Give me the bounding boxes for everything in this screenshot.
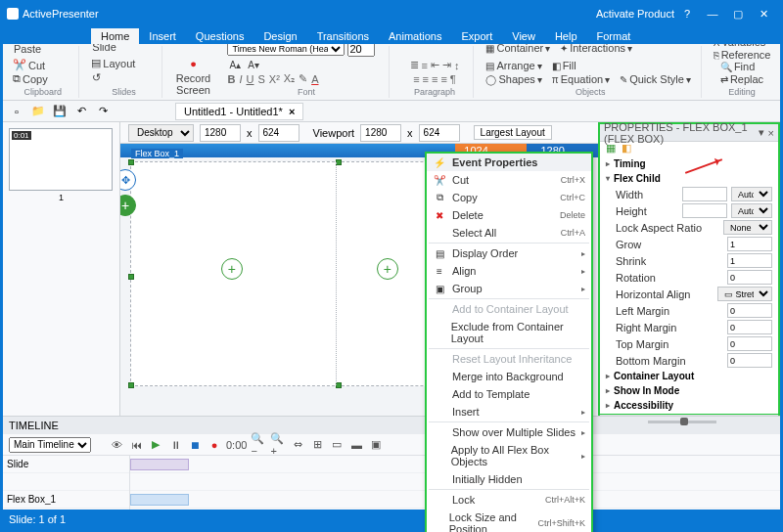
viewport-width-input[interactable]: [360, 124, 401, 142]
redo-icon[interactable]: ↷: [95, 104, 111, 119]
context-item[interactable]: ✖DeleteDelete: [427, 206, 591, 224]
width-input[interactable]: [682, 187, 727, 201]
halign-select[interactable]: ▭ Stretch: [717, 287, 772, 301]
lock-aspect-select[interactable]: None: [723, 220, 772, 235]
reference-button[interactable]: ⎘ Reference: [712, 49, 773, 61]
slide-thumbnail[interactable]: 0:01: [9, 128, 113, 191]
tab-questions[interactable]: Questions: [186, 28, 254, 44]
goto-start-icon[interactable]: ⏮: [128, 437, 144, 453]
tool-icon[interactable]: ▭: [329, 437, 345, 453]
context-item[interactable]: Exclude from Container Layout: [427, 318, 591, 347]
context-item[interactable]: ✂️CutCtrl+X: [427, 171, 591, 189]
zoom-slider[interactable]: [648, 421, 716, 423]
tab-export[interactable]: Export: [451, 28, 502, 44]
new-file-icon[interactable]: ▫: [9, 104, 24, 119]
shrink-input[interactable]: [727, 253, 772, 268]
minimize-icon[interactable]: —: [700, 8, 725, 20]
indent-icon[interactable]: ⇥: [442, 59, 451, 71]
maximize-icon[interactable]: ▢: [725, 8, 751, 21]
arrange-button[interactable]: ▤ Arrange ▾: [484, 60, 543, 71]
record-timeline-icon[interactable]: ●: [207, 437, 222, 453]
strike-icon[interactable]: S: [257, 73, 264, 85]
device-select[interactable]: Desktop: [128, 124, 194, 142]
section-timing[interactable]: Timing: [606, 156, 772, 171]
subscript-icon[interactable]: X₂: [284, 72, 295, 85]
container-button[interactable]: ▦ Container ▾: [484, 44, 552, 54]
text-direction-icon[interactable]: ¶: [450, 73, 456, 85]
track-label[interactable]: Flex Box_1: [3, 491, 129, 509]
context-item[interactable]: ⧉CopyCtrl+C: [427, 189, 591, 206]
context-item[interactable]: Add to Template: [427, 385, 591, 403]
largest-layout-button[interactable]: Largest Layout: [474, 125, 552, 140]
context-item[interactable]: ≡Align▸: [427, 262, 591, 280]
variables-button[interactable]: X Variables: [712, 44, 768, 48]
tab-view[interactable]: View: [502, 28, 545, 44]
prop-tab-slide-icon[interactable]: ▦: [606, 142, 616, 155]
superscript-icon[interactable]: X²: [269, 73, 280, 85]
section-show-in-mode[interactable]: Show In Mode: [606, 383, 772, 398]
context-item[interactable]: Merge into Background: [427, 368, 591, 385]
section-accessibility[interactable]: Accessibility: [606, 398, 772, 413]
slide-duration-bar[interactable]: [130, 459, 189, 470]
snap-icon[interactable]: ⊞: [309, 437, 325, 453]
equation-button[interactable]: π Equation ▾: [550, 73, 612, 85]
height-mode-select[interactable]: Auto: [731, 203, 772, 218]
save-icon[interactable]: 💾: [52, 104, 68, 119]
layout-button[interactable]: ▤Layout: [89, 57, 137, 69]
zoom-in-timeline-icon[interactable]: 🔍+: [270, 437, 286, 453]
replace-button[interactable]: ⇄ Replac: [718, 73, 765, 85]
align-left-icon[interactable]: ≡: [413, 73, 419, 85]
top-margin-input[interactable]: [727, 336, 772, 351]
tab-animations[interactable]: Animations: [379, 28, 451, 44]
align-center-icon[interactable]: ≡: [423, 73, 429, 85]
context-item[interactable]: ▣Group▸: [427, 280, 591, 297]
panel-menu-icon[interactable]: ▾: [759, 126, 764, 139]
tab-insert[interactable]: Insert: [139, 28, 186, 44]
copy-button[interactable]: ⧉Copy: [11, 72, 50, 85]
grow-input[interactable]: [727, 237, 772, 251]
help-icon[interactable]: ?: [674, 8, 700, 20]
stop-icon[interactable]: ⏹: [187, 437, 203, 453]
interactions-button[interactable]: ✦ Interactions ▾: [558, 44, 634, 54]
context-item[interactable]: Show over Multiple Slides▸: [427, 423, 591, 441]
context-item[interactable]: Insert▸: [427, 403, 591, 421]
font-color-icon[interactable]: A: [311, 73, 318, 85]
timeline-main-select[interactable]: Main Timeline: [9, 437, 91, 453]
grow-font-icon[interactable]: A▴: [227, 60, 243, 70]
quick-style-button[interactable]: ✎ Quick Style ▾: [618, 73, 693, 85]
tool-icon[interactable]: ▬: [348, 437, 364, 453]
right-margin-input[interactable]: [727, 320, 772, 334]
rotation-input[interactable]: [727, 270, 772, 285]
line-spacing-icon[interactable]: ↕: [454, 60, 460, 71]
prop-tab-size-icon[interactable]: ◧: [622, 142, 631, 155]
record-screen-button[interactable]: ●Record Screen: [173, 55, 213, 97]
fill-button[interactable]: ◧ Fill: [550, 60, 578, 71]
width-mode-select[interactable]: Auto: [731, 187, 772, 201]
activate-product-link[interactable]: Activate Product: [596, 8, 674, 20]
add-cell-icon[interactable]: +: [377, 258, 398, 280]
context-item[interactable]: Apply to All Flex Box Objects▸: [427, 441, 591, 470]
outdent-icon[interactable]: ⇤: [431, 59, 439, 71]
tab-home[interactable]: Home: [91, 28, 139, 44]
bullets-icon[interactable]: ≣: [410, 59, 419, 71]
height-input[interactable]: [682, 203, 727, 218]
play-icon[interactable]: ▶: [148, 437, 163, 453]
close-icon[interactable]: ✕: [751, 8, 776, 21]
track-label[interactable]: [3, 473, 129, 491]
find-button[interactable]: 🔍 Find: [718, 61, 757, 72]
align-right-icon[interactable]: ≡: [432, 73, 438, 85]
highlight-icon[interactable]: ✎: [299, 72, 307, 85]
tab-help[interactable]: Help: [545, 28, 587, 44]
panel-close-icon[interactable]: ×: [768, 127, 774, 139]
context-item[interactable]: Select AllCtrl+A: [427, 224, 591, 242]
bold-icon[interactable]: B: [227, 73, 235, 85]
canvas-width-input[interactable]: [200, 124, 241, 142]
shrink-font-icon[interactable]: A▾: [246, 60, 261, 70]
flexbox-duration-bar[interactable]: [130, 494, 189, 506]
pause-icon[interactable]: ⏸: [167, 437, 183, 453]
context-item[interactable]: Initially Hidden: [427, 470, 591, 488]
paste-button[interactable]: 📋Paste: [11, 44, 44, 56]
new-slide-button[interactable]: ▦New Slide: [89, 44, 118, 54]
tool-icon[interactable]: ▣: [368, 437, 384, 453]
tab-format[interactable]: Format: [587, 28, 641, 44]
